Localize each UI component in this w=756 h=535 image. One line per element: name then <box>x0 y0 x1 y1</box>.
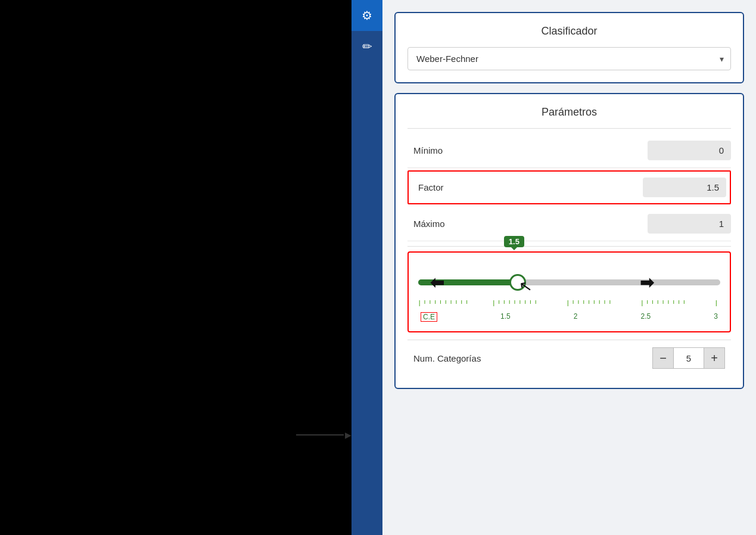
ruler-label-ce: C.E <box>421 312 437 322</box>
increment-button[interactable]: + <box>704 347 725 369</box>
maximo-value: 1 <box>648 214 731 234</box>
edit-icon: ✏ <box>362 39 372 54</box>
ruler-label-25: 2.5 <box>641 312 651 322</box>
arrow-line-bar <box>296 434 344 436</box>
sidebar-item-edit[interactable]: ✏ <box>351 31 382 62</box>
minimo-label: Mínimo <box>407 145 648 155</box>
minimo-row: Mínimo 0 <box>407 133 731 168</box>
gear-icon: ⚙ <box>362 8 372 23</box>
ruler-ticks <box>418 300 720 310</box>
factor-row: Factor 1.5 <box>407 170 731 204</box>
clasificador-select[interactable]: Weber-Fechner Linear Logarithmic <box>407 47 731 70</box>
ruler-labels: C.E 1.5 2 2.5 3 <box>418 312 720 322</box>
main-content: Clasificador Weber-Fechner Linear Logari… <box>382 0 756 535</box>
parametros-title: Parámetros <box>407 106 731 119</box>
ruler-label-15: 1.5 <box>500 312 511 322</box>
slider-section: 1.5 ⬅ ➡ ↖ <box>407 251 731 332</box>
slider-tooltip: 1.5 <box>504 236 524 247</box>
slider-thumb[interactable] <box>509 274 526 291</box>
ruler-label-3: 3 <box>714 312 718 322</box>
left-panel: ▶ <box>0 0 351 535</box>
clasificador-card: Clasificador Weber-Fechner Linear Logari… <box>394 12 744 83</box>
clasificador-title: Clasificador <box>407 25 731 38</box>
num-categorias-controls: − 5 + <box>652 347 725 369</box>
parametros-card: Parámetros Mínimo 0 Factor 1.5 Máximo 1 … <box>394 93 744 389</box>
factor-value: 1.5 <box>643 178 726 197</box>
arrow-left-icon: ⬅ <box>430 273 444 293</box>
num-categorias-row: Num. Categorías − 5 + <box>407 340 731 376</box>
sidebar: ⚙ ✏ <box>351 0 382 535</box>
slider-wrapper: ⬅ ➡ ↖ <box>418 265 720 300</box>
arrow-head: ▶ <box>345 430 351 440</box>
sidebar-item-settings[interactable]: ⚙ <box>351 0 382 31</box>
ruler-label-2: 2 <box>574 312 578 322</box>
arrow-right-icon: ➡ <box>640 273 654 293</box>
num-categorias-label: Num. Categorías <box>413 353 652 363</box>
arrow-line: ▶ <box>296 430 351 440</box>
clasificador-dropdown-container: Weber-Fechner Linear Logarithmic ▾ <box>407 47 731 70</box>
maximo-row: Máximo 1 <box>407 207 731 241</box>
minimo-value: 0 <box>648 141 731 160</box>
num-categorias-value: 5 <box>674 347 704 369</box>
decrement-button[interactable]: − <box>652 347 674 369</box>
maximo-label: Máximo <box>407 219 648 229</box>
factor-label: Factor <box>412 182 643 192</box>
